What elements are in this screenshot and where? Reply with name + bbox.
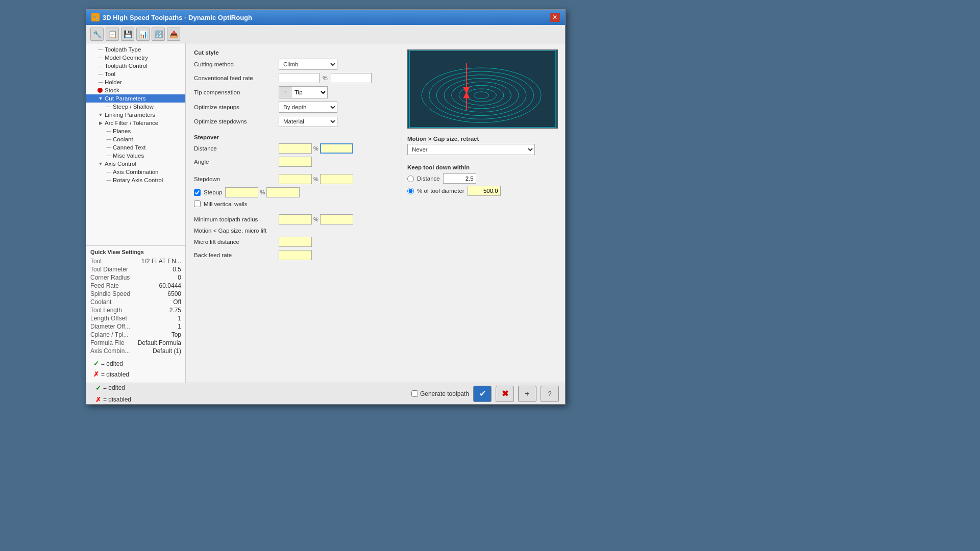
qv-val: 0: [178, 274, 181, 281]
micro-lift-input[interactable]: 0.002: [279, 237, 312, 247]
footer-disabled-label: = disabled: [103, 396, 131, 403]
angle-row: Angle 60.0: [194, 157, 394, 167]
stepdown-row: Stepdown 120.0 % 0.6: [194, 174, 394, 184]
footer-legend: ✓ = edited ✗ = disabled: [92, 383, 134, 405]
tree-item-misc-values[interactable]: — Misc Values: [86, 152, 185, 160]
tree-item-holder[interactable]: — Holder: [86, 78, 185, 86]
pct-tool-radio-label[interactable]: % of tool diameter: [417, 188, 464, 194]
pct-tool-radio[interactable]: [407, 188, 414, 194]
qv-key: Formula File: [90, 339, 136, 346]
min-toolpath-pct-input[interactable]: 5.0: [279, 214, 312, 224]
cutting-method-select[interactable]: Climb Conventional Both: [279, 59, 337, 70]
motion-select[interactable]: Never Always When needed: [407, 144, 535, 155]
cancel-button[interactable]: ✖: [496, 386, 514, 402]
tool-button[interactable]: 🔧: [90, 28, 104, 41]
stepup-val-input[interactable]: 0.05: [266, 187, 300, 197]
micro-lift-row: Micro lift distance 0.002: [194, 237, 394, 247]
export-button[interactable]: 📤: [167, 28, 180, 41]
close-button[interactable]: ✕: [550, 13, 560, 22]
tree-item-arc-filter[interactable]: ▶ Arc Filter / Tolerance: [86, 119, 185, 127]
ok-button[interactable]: ✔: [473, 386, 492, 402]
expand-icon: —: [97, 63, 104, 69]
stepdown-pct-input[interactable]: 120.0: [279, 174, 312, 184]
expand-icon: ▼: [97, 112, 104, 118]
expand-icon: —: [97, 71, 104, 77]
chart-button[interactable]: 📊: [136, 28, 150, 41]
distance-radio-label[interactable]: Distance: [417, 176, 440, 182]
tree-item-linking-parameters[interactable]: ▼ Linking Parameters: [86, 111, 185, 119]
qv-row-axis-combin: Axis Combin... Default (1): [90, 347, 181, 355]
add-button[interactable]: +: [518, 386, 536, 402]
distance-radio[interactable]: [407, 176, 414, 182]
tree-item-toolpath-type[interactable]: — Toolpath Type: [86, 45, 185, 54]
tree-label: Axis Combination: [113, 169, 158, 175]
tree-label: Toolpath Control: [105, 63, 148, 69]
tree-label: Axis Control: [105, 161, 136, 167]
qv-key: Axis Combin...: [90, 347, 136, 355]
footer-edited-icon: ✓: [95, 384, 101, 392]
stepup-checkbox[interactable]: [194, 189, 201, 196]
mill-vertical-label[interactable]: Mill vertical walls: [204, 201, 248, 207]
generate-toolpath-label[interactable]: Generate toolpath: [420, 390, 469, 397]
qv-row-feed-rate: Feed Rate 60.0444: [90, 282, 181, 290]
tree-item-steep-shallow[interactable]: — Steep / Shallow: [86, 103, 185, 111]
feed-rate-row: Conventional feed rate 0.123415 % 0.4936…: [194, 73, 394, 83]
footer-right: Generate toolpath ✔ ✖ + ?: [411, 386, 559, 402]
tree-item-toolpath-control[interactable]: — Toolpath Control: [86, 62, 185, 70]
generate-toolpath-checkbox[interactable]: [411, 390, 418, 397]
stepup-row: Stepup 10.0 % 0.05: [194, 187, 394, 197]
distance-pct-input[interactable]: 25.0: [279, 143, 312, 154]
min-toolpath-row: Minimum toolpath radius 5.0 % 0.025: [194, 214, 394, 224]
quick-view-panel: Quick View Settings Tool 1/2 FLAT EN... …: [86, 245, 185, 383]
min-toolpath-val-input[interactable]: 0.025: [320, 214, 353, 224]
stepup-pct-input[interactable]: 10.0: [225, 187, 258, 197]
tree-item-rotary-axis-control[interactable]: — Rotary Axis Control: [86, 176, 185, 184]
feed-val-input[interactable]: 0.493662: [331, 73, 372, 83]
micro-lift-label: Micro lift distance: [194, 239, 276, 245]
help-button[interactable]: ?: [541, 386, 559, 402]
mill-vertical-checkbox[interactable]: [194, 201, 201, 207]
distance-value-input[interactable]: 2.5: [443, 173, 476, 184]
geometry-button[interactable]: 📋: [106, 28, 119, 41]
tree-items: — Toolpath Type — Model Geometry — Toolp…: [86, 43, 185, 245]
tree-item-canned-text[interactable]: — Canned Text: [86, 143, 185, 152]
stepup-label[interactable]: Stepup: [204, 189, 222, 195]
expand-icon: —: [97, 46, 104, 53]
distance-row: Distance 25.0 % 0.125: [194, 143, 394, 154]
qv-val: 1: [178, 323, 181, 330]
back-feed-input[interactable]: 500.0: [279, 250, 312, 260]
legend-disabled: ✗ = disabled: [90, 369, 181, 380]
tip-select[interactable]: Tip Center: [291, 87, 327, 98]
toolpath-preview: [407, 49, 558, 129]
tree-label: Toolpath Type: [105, 46, 141, 53]
expand-icon: —: [97, 55, 104, 61]
min-toolpath-pct-symbol: %: [313, 216, 318, 222]
optimize-stepdowns-select[interactable]: Material By depth None: [279, 116, 337, 127]
tree-item-model-geometry[interactable]: — Model Geometry: [86, 54, 185, 62]
tree-item-planes[interactable]: — Planes: [86, 127, 185, 135]
edited-label: = edited: [101, 360, 123, 367]
angle-input[interactable]: 60.0: [279, 157, 312, 167]
save-button[interactable]: 💾: [121, 28, 134, 41]
tree-item-coolant[interactable]: — Coolant: [86, 135, 185, 143]
tree-item-tool[interactable]: — Tool: [86, 70, 185, 78]
distance-inputs: 25.0 % 0.125: [279, 143, 353, 154]
distance-val-input[interactable]: 0.125: [320, 143, 353, 154]
optimize-stepups-select[interactable]: By depth By material None: [279, 102, 337, 113]
qv-key: Tool Length: [90, 307, 136, 314]
qv-val: Default.Formula: [138, 339, 181, 346]
tree-item-stock[interactable]: Stock: [86, 86, 185, 94]
toolbar: 🔧 📋 💾 📊 🔢 📤: [86, 25, 565, 43]
tree-item-axis-combination[interactable]: — Axis Combination: [86, 168, 185, 176]
tree-item-axis-control[interactable]: ▼ Axis Control: [86, 160, 185, 168]
feed-pct-input[interactable]: 0.123415: [279, 73, 320, 83]
calc-button[interactable]: 🔢: [152, 28, 165, 41]
tree-item-cut-parameters[interactable]: ▼ Cut Parameters: [86, 94, 185, 103]
stepdown-inputs: 120.0 % 0.6: [279, 174, 353, 184]
tree-label: Tool: [105, 71, 115, 77]
tip-compensation-label: Tip compensation: [194, 89, 276, 95]
pct-tool-value-input[interactable]: 500.0: [468, 186, 501, 196]
stepdown-val-input[interactable]: 0.6: [320, 174, 353, 184]
footer-disabled-icon: ✗: [95, 396, 101, 404]
tree-label: Canned Text: [113, 144, 145, 151]
